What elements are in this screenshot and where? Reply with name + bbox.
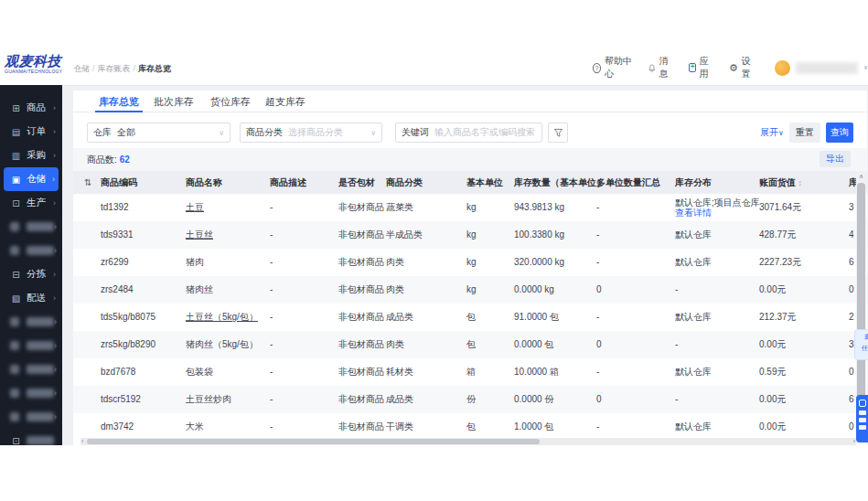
cell-category: 肉类 xyxy=(386,249,404,276)
apps-icon xyxy=(689,63,696,72)
sidebar-item-采购[interactable]: ▥采购› xyxy=(0,144,62,167)
cell-dist: - xyxy=(675,386,678,413)
scroll-left-arrow[interactable]: ‹ xyxy=(81,438,83,445)
tab-batch-inventory[interactable]: 批次库存 xyxy=(150,91,198,112)
scroll-right-arrow[interactable]: › xyxy=(853,438,855,445)
col-header-code: 商品编码 xyxy=(101,171,137,194)
sort-icon[interactable]: ▴▾ xyxy=(798,179,801,187)
cell-name[interactable]: 猪肉 xyxy=(186,249,204,276)
expand-filters-link[interactable]: 展开∨ xyxy=(760,123,784,143)
keyword-input[interactable]: 关键词 输入商品名字或编码搜索 xyxy=(395,123,542,143)
task-panel-float-button[interactable]: ≋ 任务 xyxy=(854,329,868,360)
header-actions: ? 帮助中心 消息 应用 ⚙ 设置 ∨ xyxy=(593,50,868,85)
messages-label: 消息 xyxy=(659,55,672,80)
cell-multi: - xyxy=(596,358,599,386)
tab-location-inventory[interactable]: 货位库存 xyxy=(207,91,254,112)
cell-pack: 非包材商品 xyxy=(338,221,384,249)
view-details-link[interactable]: 查看详情 xyxy=(675,208,712,218)
help-center-button[interactable]: ? 帮助中心 xyxy=(593,55,633,80)
sidebar-item-redacted[interactable]: › xyxy=(0,215,62,239)
horizontal-scrollbar[interactable]: ‹ › xyxy=(80,438,856,445)
sidebar-item-redacted[interactable]: › xyxy=(0,405,62,429)
sidebar-item-redacted[interactable]: › xyxy=(0,381,62,405)
cell-name[interactable]: 大米 xyxy=(186,413,204,441)
cell-qty: 91.0000 包 xyxy=(514,304,559,331)
cell-value: 428.77元 xyxy=(759,221,797,249)
scroll-up-arrow[interactable]: ∧ xyxy=(856,173,866,180)
chevron-right-icon: › xyxy=(53,103,56,112)
sidebar-item-redacted[interactable]: › xyxy=(0,310,62,334)
horizontal-scroll-thumb[interactable] xyxy=(87,439,540,444)
sidebar-item-label: 订单 xyxy=(27,125,53,138)
sidebar-item-商品[interactable]: ⊞商品› xyxy=(0,96,62,120)
sidebar-item-redacted[interactable]: › xyxy=(0,334,62,357)
sidebar-item-redacted[interactable]: › xyxy=(0,239,62,262)
cell-name[interactable]: 土豆丝 xyxy=(186,221,213,249)
task-label: 任务 xyxy=(855,344,868,353)
sidebar-item-分拣[interactable]: ⊟分拣› xyxy=(0,262,62,286)
cell-category: 成品类 xyxy=(386,386,413,413)
sidebar-item-配送[interactable]: ▧配送› xyxy=(0,286,62,310)
cell-multi: - xyxy=(596,194,599,221)
table-row: tds5kg/b8075土豆丝（5kg/包）-非包材商品成品类包91.0000 … xyxy=(73,304,867,331)
cell-name[interactable]: 土豆丝（5kg/包） xyxy=(186,304,258,331)
cell-unit: 份 xyxy=(466,386,476,413)
sidebar-item-订单[interactable]: ▤订单› xyxy=(0,120,62,144)
cell-name[interactable]: 土豆丝炒肉 xyxy=(186,386,231,413)
sidebar-item-仓储[interactable]: ▣仓储› xyxy=(4,167,59,191)
cell-pack: 非包材商品 xyxy=(338,249,384,276)
tab-overdraft-inventory[interactable]: 超支库存 xyxy=(262,91,309,112)
cell-code: td1392 xyxy=(101,194,129,221)
cell-name[interactable]: 猪肉丝 xyxy=(186,276,213,304)
redacted-icon xyxy=(10,222,19,231)
bell-icon xyxy=(648,63,656,73)
table-row: tdscr5192土豆丝炒肉-非包材商品成品类份0.0000 份0-0.00元6 xyxy=(73,386,867,413)
cell-code: bzd7678 xyxy=(101,358,135,386)
breadcrumb-item[interactable]: 仓储 xyxy=(73,64,90,73)
vertical-scroll-thumb[interactable] xyxy=(857,183,865,419)
funnel-icon xyxy=(553,128,563,138)
table-row: bzd7678包装袋-非包材商品耗材类箱10.0000 箱-默认仓库0.59元0 xyxy=(73,358,867,386)
cell-name[interactable]: 包装袋 xyxy=(186,358,213,386)
reset-button[interactable]: 重置 xyxy=(789,123,820,143)
cell-unit: kg xyxy=(466,194,477,221)
breadcrumb-item[interactable]: 库存账表 xyxy=(98,64,131,73)
messages-button[interactable]: 消息 xyxy=(648,55,673,80)
cell-qty: 943.9813 kg xyxy=(514,194,564,221)
sidebar-item-redacted[interactable]: › xyxy=(0,357,62,381)
cell-pack: 非包材商品 xyxy=(338,304,384,331)
warehouse-select[interactable]: 仓库 全部 ∨ xyxy=(87,123,230,143)
category-select[interactable]: 商品分类 选择商品分类 ∨ xyxy=(240,123,382,143)
chevron-right-icon: › xyxy=(54,222,57,231)
brand-logo[interactable]: 观麦科技 GUANMAITECHNOLOGY xyxy=(5,54,69,74)
redacted-icon xyxy=(10,317,19,326)
export-button[interactable]: 导出 xyxy=(820,151,851,167)
cell-category: 耗材类 xyxy=(386,358,413,386)
sidebar-item-redacted[interactable]: ⊡ xyxy=(0,429,62,445)
cell-dist: 默认仓库 xyxy=(675,358,712,386)
cell-desc: - xyxy=(270,413,273,441)
sidebar-item-生产[interactable]: ⊡生产› xyxy=(0,191,62,215)
cell-name[interactable]: 猪肉丝（5kg/包） xyxy=(186,331,258,358)
settings-button[interactable]: ⚙ 设置 xyxy=(729,55,754,80)
cell-unit: kg xyxy=(466,221,477,249)
customize-columns-icon[interactable]: ⇅ xyxy=(84,171,91,194)
query-button[interactable]: 查询 xyxy=(826,123,853,143)
redacted-label xyxy=(27,436,54,445)
cell-name[interactable]: 土豆 xyxy=(186,194,204,221)
user-account-menu[interactable]: ∨ xyxy=(775,60,868,76)
chevron-right-icon: › xyxy=(54,412,57,421)
chevron-down-icon: ∨ xyxy=(778,129,784,137)
cell-qty: 100.3380 kg xyxy=(514,221,564,249)
side-float-button[interactable] xyxy=(856,395,868,442)
inventory-overview-page: 观麦科技 GUANMAITECHNOLOGY 仓储/库存账表/库存总览 ? 帮助… xyxy=(0,0,868,501)
product-count: 商品数:62 xyxy=(87,154,130,166)
cell-dist: 默认仓库 xyxy=(675,413,712,441)
apps-button[interactable]: 应用 xyxy=(689,55,713,80)
cell-pack: 非包材商品 xyxy=(338,413,384,441)
advanced-filter-button[interactable] xyxy=(548,123,568,143)
cell-value: 0.00元 xyxy=(759,386,786,413)
cell-qty: 0.0000 kg xyxy=(514,276,554,304)
tab-inventory-overview[interactable]: 库存总览 xyxy=(91,91,146,112)
cell-qty: 10.0000 箱 xyxy=(514,358,559,386)
